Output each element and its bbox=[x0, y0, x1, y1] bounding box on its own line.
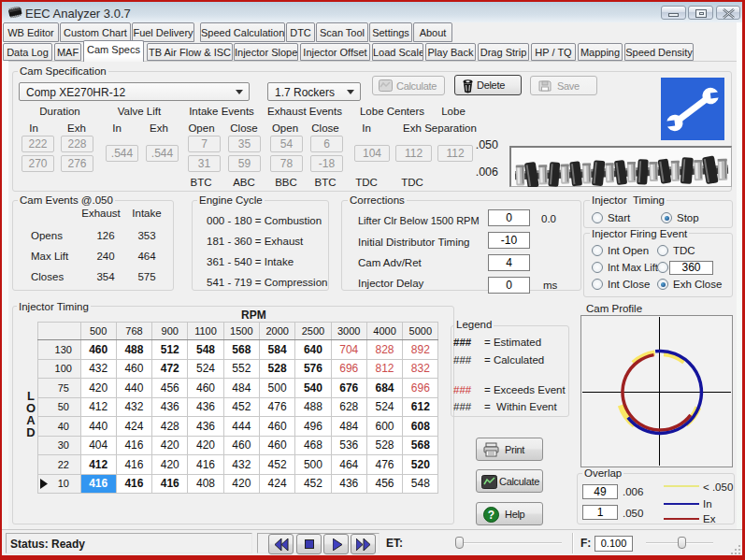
svg-text:?: ? bbox=[488, 509, 494, 522]
